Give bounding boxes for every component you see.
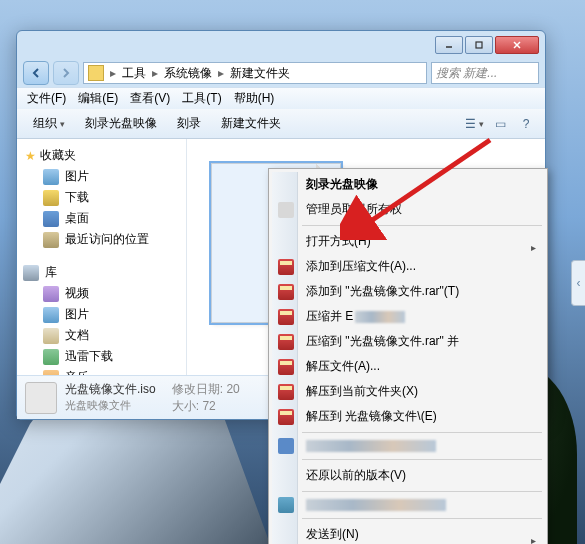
pictures-icon — [43, 307, 59, 323]
menu-edit[interactable]: 编辑(E) — [72, 88, 124, 109]
app-icon — [278, 497, 294, 513]
help-icon[interactable]: ? — [515, 113, 537, 135]
minimize-button[interactable] — [435, 36, 463, 54]
app-icon — [278, 438, 294, 454]
ctx-send-to[interactable]: 发送到(N) — [272, 522, 544, 544]
sidebar-favorites-label: 收藏夹 — [40, 147, 76, 164]
rar-icon — [278, 359, 294, 375]
ctx-add-archive[interactable]: 添加到压缩文件(A)... — [272, 254, 544, 279]
burn-image-button[interactable]: 刻录光盘映像 — [77, 112, 165, 135]
documents-icon — [43, 328, 59, 344]
ctx-burn-image[interactable]: 刻录光盘映像 — [272, 172, 544, 197]
toolbar: 组织 刻录光盘映像 刻录 新建文件夹 ☰ ▭ ? — [17, 109, 545, 139]
ctx-compress-to[interactable]: 压缩到 "光盘镜像文件.rar" 并 — [272, 329, 544, 354]
new-folder-button[interactable]: 新建文件夹 — [213, 112, 289, 135]
redacted-text — [355, 311, 405, 323]
sidebar-item-xunlei[interactable]: 迅雷下载 — [21, 346, 182, 367]
folder-icon — [88, 65, 104, 81]
details-thumb-icon — [25, 382, 57, 414]
ctx-separator — [302, 459, 542, 460]
back-button[interactable] — [23, 61, 49, 85]
breadcrumb-separator: ▸ — [108, 66, 118, 80]
ctx-extract-here[interactable]: 解压到当前文件夹(X) — [272, 379, 544, 404]
sidebar-item-pictures[interactable]: 图片 — [21, 166, 182, 187]
ctx-compress-email[interactable]: 压缩并 E — [272, 304, 544, 329]
sidebar-favorites-header[interactable]: ★收藏夹 — [21, 145, 182, 166]
address-bar[interactable]: ▸ 工具 ▸ 系统镜像 ▸ 新建文件夹 — [83, 62, 427, 84]
menu-view[interactable]: 查看(V) — [124, 88, 176, 109]
ctx-separator — [302, 225, 542, 226]
rar-icon — [278, 259, 294, 275]
rar-icon — [278, 309, 294, 325]
menu-file[interactable]: 文件(F) — [21, 88, 72, 109]
ctx-open-with[interactable]: 打开方式(H) — [272, 229, 544, 254]
pictures-icon — [43, 169, 59, 185]
window-titlebar — [17, 31, 545, 59]
ctx-separator — [302, 432, 542, 433]
ctx-separator — [302, 518, 542, 519]
view-options-button[interactable]: ☰ — [463, 113, 485, 135]
breadcrumb-seg-2[interactable]: 系统镜像 — [160, 65, 216, 82]
recent-icon — [43, 232, 59, 248]
ctx-separator — [302, 491, 542, 492]
redacted-text — [306, 440, 436, 452]
close-button[interactable] — [495, 36, 539, 54]
videos-icon — [43, 286, 59, 302]
sidebar-item-downloads[interactable]: 下载 — [21, 187, 182, 208]
context-menu: 刻录光盘映像 管理员取得所有权 打开方式(H) 添加到压缩文件(A)... 添加… — [268, 168, 548, 544]
rar-icon — [278, 384, 294, 400]
ctx-extract[interactable]: 解压文件(A)... — [272, 354, 544, 379]
menu-tools[interactable]: 工具(T) — [176, 88, 227, 109]
details-file-meta: 修改日期: 20 大小: 72 — [172, 381, 240, 415]
downloads-icon — [43, 190, 59, 206]
forward-button[interactable] — [53, 61, 79, 85]
preview-pane-handle[interactable]: ‹ — [571, 260, 585, 306]
sidebar-item-desktop[interactable]: 桌面 — [21, 208, 182, 229]
breadcrumb-separator: ▸ — [216, 66, 226, 80]
ctx-admin-ownership[interactable]: 管理员取得所有权 — [272, 197, 544, 222]
ctx-redacted-1[interactable] — [272, 436, 544, 456]
ctx-redacted-2[interactable] — [272, 495, 544, 515]
breadcrumb-seg-3[interactable]: 新建文件夹 — [226, 65, 294, 82]
maximize-button[interactable] — [465, 36, 493, 54]
burn-button[interactable]: 刻录 — [169, 112, 209, 135]
sidebar-item-documents[interactable]: 文档 — [21, 325, 182, 346]
breadcrumb-separator: ▸ — [150, 66, 160, 80]
menu-bar: 文件(F) 编辑(E) 查看(V) 工具(T) 帮助(H) — [17, 87, 545, 109]
menu-help[interactable]: 帮助(H) — [228, 88, 281, 109]
ctx-extract-to[interactable]: 解压到 光盘镜像文件\(E) — [272, 404, 544, 429]
nav-bar: ▸ 工具 ▸ 系统镜像 ▸ 新建文件夹 搜索 新建... — [17, 59, 545, 87]
sidebar-libraries-label: 库 — [45, 264, 57, 281]
search-input[interactable]: 搜索 新建... — [431, 62, 539, 84]
sidebar-item-pictures-lib[interactable]: 图片 — [21, 304, 182, 325]
library-icon — [23, 265, 39, 281]
organize-button[interactable]: 组织 — [25, 112, 73, 135]
details-file-name: 光盘镜像文件.iso — [65, 381, 156, 398]
redacted-text — [306, 499, 446, 511]
preview-pane-button[interactable]: ▭ — [489, 113, 511, 135]
svg-rect-1 — [476, 42, 482, 48]
sidebar-libraries-header[interactable]: 库 — [21, 262, 182, 283]
breadcrumb-seg-1[interactable]: 工具 — [118, 65, 150, 82]
rar-icon — [278, 334, 294, 350]
star-icon: ★ — [25, 149, 36, 163]
ctx-restore-version[interactable]: 还原以前的版本(V) — [272, 463, 544, 488]
details-file-type: 光盘映像文件 — [65, 398, 156, 413]
sidebar-item-videos[interactable]: 视频 — [21, 283, 182, 304]
rar-icon — [278, 284, 294, 300]
ctx-add-rar[interactable]: 添加到 "光盘镜像文件.rar"(T) — [272, 279, 544, 304]
rar-icon — [278, 409, 294, 425]
desktop-icon — [43, 211, 59, 227]
sidebar-item-recent[interactable]: 最近访问的位置 — [21, 229, 182, 250]
xunlei-icon — [43, 349, 59, 365]
admin-icon — [278, 202, 294, 218]
